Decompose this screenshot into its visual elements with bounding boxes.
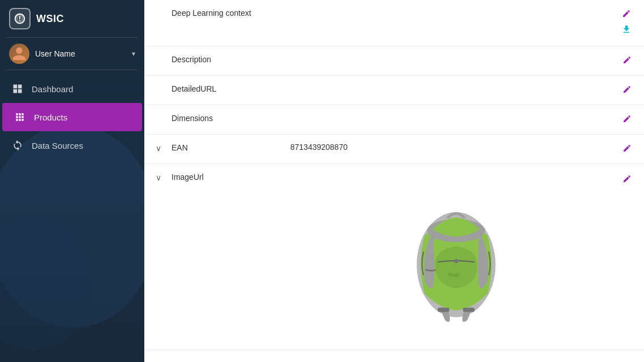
field-name-dimensions: Dimensions bbox=[171, 113, 285, 123]
svg-point-2 bbox=[454, 259, 458, 263]
edit-icon-imageurl[interactable] bbox=[621, 173, 633, 186]
field-actions-detailedurl bbox=[621, 84, 633, 97]
app-title: WSIC bbox=[36, 13, 64, 25]
field-row-dimensions: Dimensions bbox=[144, 105, 644, 135]
edit-icon-ean[interactable] bbox=[621, 143, 633, 156]
backpack-image: Trust bbox=[290, 172, 621, 342]
svg-rect-4 bbox=[463, 308, 474, 312]
field-name-description: Description bbox=[171, 54, 285, 64]
field-row-ean: ∨ EAN 8713439208870 bbox=[144, 135, 644, 164]
field-name-detailedurl: DetailedURL bbox=[171, 84, 285, 93]
field-name-deep-learning: Deep Learning context bbox=[171, 8, 285, 18]
logo-icon bbox=[9, 8, 31, 29]
sidebar: WSIC User Name ▾ Dashboard bbox=[0, 0, 144, 362]
field-actions-ean bbox=[621, 143, 633, 156]
field-name-ean: EAN bbox=[171, 143, 285, 152]
sidebar-item-dashboard[interactable]: Dashboard bbox=[0, 75, 144, 103]
sidebar-item-products-label: Products bbox=[34, 113, 67, 122]
main-content: Deep Learning context Description bbox=[144, 0, 644, 362]
field-actions-description bbox=[621, 54, 633, 67]
field-row-imageurl: ∨ ImageUrl bbox=[144, 164, 644, 350]
svg-text:Trust: Trust bbox=[448, 272, 459, 278]
backpack-svg: Trust bbox=[388, 183, 524, 330]
edit-icon-description[interactable] bbox=[621, 54, 633, 67]
sidebar-item-dashboard-label: Dashboard bbox=[32, 84, 73, 94]
grid-icon bbox=[11, 83, 24, 95]
sidebar-item-products[interactable]: Products bbox=[2, 103, 142, 131]
field-row-description: Description bbox=[144, 46, 644, 76]
field-row-deep-learning: Deep Learning context bbox=[144, 0, 644, 46]
sidebar-item-datasources[interactable]: Data Sources bbox=[0, 131, 144, 160]
sidebar-divider-2 bbox=[7, 70, 138, 70]
edit-icon-dimensions[interactable] bbox=[621, 113, 633, 126]
nav-items: Dashboard Products Data Sources bbox=[0, 75, 144, 160]
avatar bbox=[9, 44, 29, 64]
field-actions-imageurl bbox=[621, 173, 633, 186]
user-section[interactable]: User Name ▾ bbox=[0, 38, 144, 70]
download-icon-deep-learning[interactable] bbox=[620, 23, 633, 38]
sidebar-header: WSIC bbox=[0, 0, 144, 37]
content-scroll[interactable]: Deep Learning context Description bbox=[144, 0, 644, 362]
field-actions-dimensions bbox=[621, 113, 633, 126]
sidebar-item-datasources-label: Data Sources bbox=[32, 141, 83, 150]
sync-icon bbox=[11, 139, 24, 152]
avatar-icon bbox=[11, 46, 27, 62]
field-value-ean: 8713439208870 bbox=[285, 143, 621, 152]
user-chevron-down-icon[interactable]: ▾ bbox=[132, 50, 135, 58]
field-actions-deep-learning bbox=[620, 8, 633, 38]
user-name: User Name bbox=[35, 49, 126, 58]
field-row-detailedurl: DetailedURL bbox=[144, 76, 644, 105]
edit-icon-deep-learning[interactable] bbox=[621, 8, 632, 21]
field-value-imageurl: Trust bbox=[285, 172, 621, 342]
apps-icon bbox=[14, 111, 26, 123]
logo-svg bbox=[14, 12, 26, 25]
expand-ean-icon[interactable]: ∨ bbox=[156, 144, 167, 153]
edit-icon-detailedurl[interactable] bbox=[621, 84, 633, 97]
expand-imageurl-icon[interactable]: ∨ bbox=[156, 173, 167, 182]
svg-rect-3 bbox=[437, 308, 449, 312]
field-name-imageurl: ImageUrl bbox=[171, 172, 285, 182]
